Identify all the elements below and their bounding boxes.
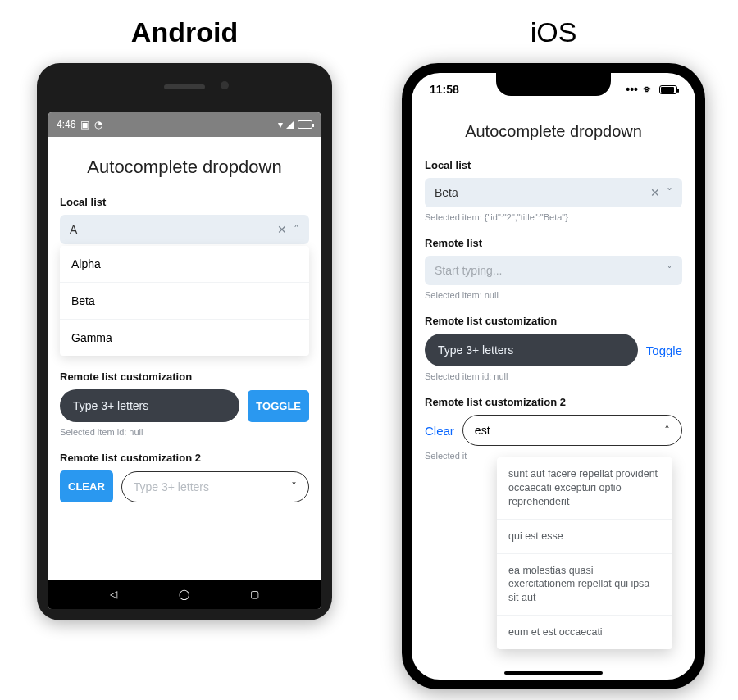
wifi-icon: ▾: [278, 119, 283, 130]
notification-icon: ▣: [80, 119, 89, 130]
remote-list-input[interactable]: Start typing... ˅: [425, 256, 682, 285]
remote-custom-input[interactable]: Type 3+ letters: [425, 334, 638, 366]
remote-custom2-label: Remote list customization 2: [425, 396, 682, 408]
remote-custom-placeholder: Type 3+ letters: [438, 343, 513, 357]
local-list-label: Local list: [60, 196, 309, 208]
local-list-input[interactable]: A ✕ ˄: [60, 215, 309, 244]
clear-icon[interactable]: ✕: [277, 223, 287, 236]
local-list-value: A: [70, 223, 271, 236]
battery-icon: [298, 120, 312, 129]
dropdown-item[interactable]: eum et est occaecati: [497, 616, 672, 649]
ios-status-bar: 11:58 ••• ᯤ: [412, 73, 695, 106]
android-status-bar: 4:46 ▣ ◔ ▾: [48, 112, 321, 137]
signal-icon: •••: [626, 83, 638, 96]
ios-device-frame: 11:58 ••• ᯤ Autocomplete dropdown Local …: [402, 63, 705, 689]
remote-custom2-dropdown: sunt aut facere repellat provident occae…: [497, 457, 672, 649]
remote-list-placeholder: Start typing...: [435, 264, 660, 277]
remote-list-helper: Selected item: null: [425, 290, 682, 300]
local-list-helper: Selected item: {"id":"2","title":"Beta"}: [425, 212, 682, 222]
dropdown-item[interactable]: ea molestias quasi exercitationem repell…: [497, 554, 672, 616]
clear-icon[interactable]: ✕: [650, 186, 660, 199]
dropdown-item[interactable]: Gamma: [60, 320, 309, 356]
dropdown-item[interactable]: Alpha: [60, 246, 309, 283]
toggle-button[interactable]: TOGGLE: [248, 390, 309, 422]
toggle-button[interactable]: Toggle: [646, 343, 682, 357]
remote-custom2-input[interactable]: Type 3+ letters ˅: [121, 471, 309, 502]
remote-custom-helper: Selected item id: null: [425, 371, 682, 381]
remote-custom-label: Remote list customization: [60, 370, 309, 383]
remote-custom-helper: Selected item id: null: [60, 427, 309, 437]
local-list-dropdown: Alpha Beta Gamma: [60, 246, 309, 356]
chevron-up-icon[interactable]: ˄: [294, 223, 299, 236]
remote-custom2-input[interactable]: est ˄: [462, 415, 682, 446]
chevron-down-icon[interactable]: ˅: [667, 264, 672, 277]
remote-custom-input[interactable]: Type 3+ letters: [60, 389, 239, 422]
remote-custom2-placeholder: Type 3+ letters: [134, 480, 285, 493]
dropdown-item[interactable]: Beta: [60, 283, 309, 320]
page-title: Autocomplete dropdown: [60, 157, 309, 178]
signal-icon: [286, 120, 294, 129]
remote-list-label: Remote list: [425, 237, 682, 249]
platform-label-ios: iOS: [531, 16, 577, 48]
android-device-frame: 4:46 ▣ ◔ ▾ Autocomplete dropdown Local l…: [37, 63, 332, 620]
clear-button[interactable]: Clear: [425, 424, 454, 438]
dropdown-item[interactable]: sunt aut facere repellat provident occae…: [497, 457, 672, 520]
ios-home-indicator[interactable]: [504, 671, 603, 675]
remote-custom2-value: est: [475, 424, 658, 437]
chevron-down-icon[interactable]: ˅: [291, 480, 297, 493]
remote-custom-label: Remote list customization: [425, 315, 682, 327]
chevron-down-icon[interactable]: ˅: [667, 186, 672, 199]
notification-icon: ◔: [94, 119, 102, 130]
remote-custom-placeholder: Type 3+ letters: [73, 399, 148, 412]
local-list-label: Local list: [425, 159, 682, 171]
nav-home-icon[interactable]: ◯: [179, 589, 189, 600]
clear-button[interactable]: CLEAR: [60, 470, 113, 502]
local-list-input[interactable]: Beta ✕ ˅: [425, 178, 682, 207]
wifi-icon: ᯤ: [643, 83, 654, 96]
ios-status-time: 11:58: [430, 83, 459, 96]
dropdown-item[interactable]: qui est esse: [497, 520, 672, 554]
nav-back-icon[interactable]: ◁: [110, 589, 117, 600]
nav-recent-icon[interactable]: ▢: [250, 589, 259, 600]
remote-custom2-label: Remote list customization 2: [60, 452, 309, 464]
battery-icon: [659, 85, 677, 94]
page-title: Autocomplete dropdown: [425, 122, 682, 141]
chevron-up-icon[interactable]: ˄: [664, 424, 670, 437]
local-list-value: Beta: [435, 186, 644, 199]
android-nav-bar: ◁ ◯ ▢: [48, 580, 321, 609]
android-status-time: 4:46: [57, 119, 75, 130]
platform-label-android: Android: [131, 16, 238, 48]
